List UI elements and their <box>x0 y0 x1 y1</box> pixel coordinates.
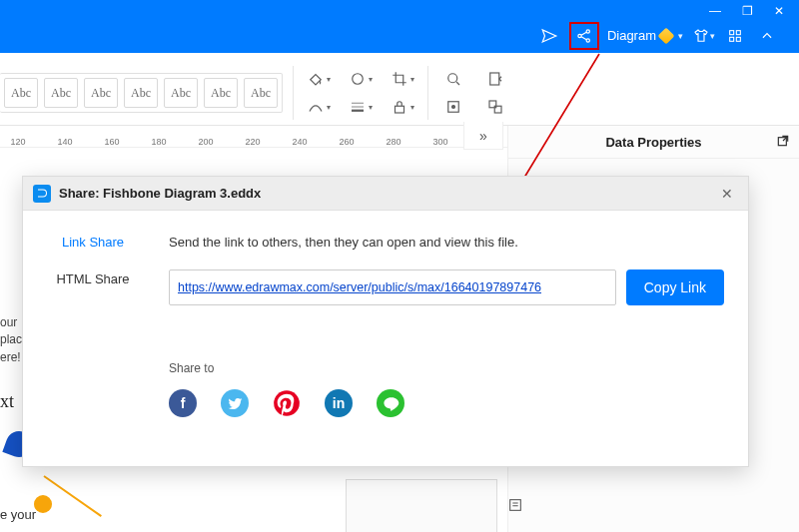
dialog-body: Link Share HTML Share Send the link to o… <box>23 211 748 466</box>
format-tools: ▾ ▾ ▾ ▾ ▾ ▾ <box>304 67 417 119</box>
close-window-button[interactable]: ✕ <box>763 2 795 20</box>
minimize-button[interactable]: — <box>699 2 731 20</box>
dialog-header: Share: Fishbone Diagram 3.eddx ✕ <box>23 177 748 211</box>
share-url-field[interactable]: https://www.edrawmax.com/server/public/s… <box>169 269 616 305</box>
svg-point-7 <box>353 74 364 85</box>
svg-point-11 <box>452 106 455 109</box>
canvas-connector[interactable] <box>43 475 101 517</box>
focus-select-icon[interactable] <box>438 95 468 119</box>
tab-link-share[interactable]: Link Share <box>39 235 147 250</box>
svg-point-1 <box>586 29 589 32</box>
style-swatch[interactable]: Abc <box>204 78 238 108</box>
close-dialog-button[interactable]: ✕ <box>716 186 738 202</box>
ruler-tick: 160 <box>102 137 122 147</box>
group-icon[interactable] <box>480 95 510 119</box>
maximize-button[interactable]: ❐ <box>731 2 763 20</box>
chevron-down-icon: ▾ <box>710 31 715 41</box>
svg-rect-16 <box>510 500 521 511</box>
status-icons <box>507 497 523 513</box>
window-controls: — ❐ ✕ <box>699 2 795 20</box>
ruler-tick: 260 <box>337 137 357 147</box>
chevron-down-icon: ▾ <box>678 31 683 41</box>
share-url-link[interactable]: https://www.edrawmax.com/server/public/s… <box>178 280 541 294</box>
send-icon[interactable] <box>537 24 561 48</box>
svg-rect-6 <box>736 37 740 41</box>
shape-circle-icon[interactable]: ▾ <box>346 67 376 91</box>
linkedin-icon[interactable]: in <box>325 389 353 417</box>
apps-grid-icon[interactable] <box>723 24 747 48</box>
view-tools <box>438 67 510 119</box>
canvas-text-fragment: e your <box>0 507 36 522</box>
svg-point-2 <box>586 38 589 41</box>
dialog-tabs: Link Share HTML Share <box>23 211 163 466</box>
app-logo-icon <box>33 185 51 203</box>
style-gallery[interactable]: Abc Abc Abc Abc Abc Abc Abc <box>0 73 283 113</box>
style-swatch[interactable]: Abc <box>44 78 78 108</box>
ruler-tick: 140 <box>55 137 75 147</box>
ruler-tick: 200 <box>196 137 216 147</box>
line-weight-icon[interactable]: ▾ <box>346 95 376 119</box>
svg-point-9 <box>448 74 457 83</box>
social-buttons: f in <box>169 389 724 417</box>
share-to-section: Share to f in <box>169 361 724 417</box>
copy-link-button[interactable]: Copy Link <box>626 269 724 305</box>
svg-point-0 <box>578 34 581 37</box>
side-panel-title: Data Properties <box>605 135 701 150</box>
style-swatch[interactable]: Abc <box>84 78 118 108</box>
tab-html-share[interactable]: HTML Share <box>39 271 147 286</box>
pinterest-icon[interactable] <box>273 389 301 417</box>
twitter-icon[interactable] <box>221 389 249 417</box>
link-row: https://www.edrawmax.com/server/public/s… <box>169 269 724 305</box>
ruler-tick: 180 <box>149 137 169 147</box>
line-style-icon[interactable]: ▾ <box>304 95 334 119</box>
dialog-title: Share: Fishbone Diagram 3.eddx <box>59 186 261 201</box>
page-replace-icon[interactable] <box>480 67 510 91</box>
ribbon-toolbar: Abc Abc Abc Abc Abc Abc Abc ▾ ▾ ▾ ▾ ▾ ▾ <box>0 53 799 126</box>
ruler-tick: 280 <box>384 137 403 147</box>
style-swatch[interactable]: Abc <box>124 78 158 108</box>
fill-bucket-icon[interactable]: ▾ <box>304 67 334 91</box>
ruler-tick: 300 <box>430 137 450 147</box>
ruler-tick: 120 <box>8 137 28 147</box>
panel-collapse-button[interactable]: » <box>463 122 503 150</box>
share-button-highlight <box>569 22 599 50</box>
dialog-main: Send the link to others, then they can o… <box>163 211 748 466</box>
svg-rect-3 <box>730 30 734 34</box>
canvas-shape-circle[interactable] <box>34 495 52 513</box>
style-swatch[interactable]: Abc <box>164 78 198 108</box>
svg-rect-4 <box>736 30 740 34</box>
page-list-icon[interactable] <box>507 497 523 513</box>
canvas-text-fragment: our plac ere! <box>0 314 22 366</box>
ruler-tick: 220 <box>243 137 263 147</box>
svg-rect-12 <box>490 73 499 85</box>
horizontal-ruler: 120 140 160 180 200 220 240 260 280 300 <box>8 126 450 148</box>
separator <box>293 66 294 120</box>
premium-diamond-icon <box>658 27 675 44</box>
diagram-label: Diagram <box>607 28 656 43</box>
style-swatch[interactable]: Abc <box>4 78 38 108</box>
popout-icon[interactable] <box>775 133 791 152</box>
line-icon[interactable] <box>377 389 404 417</box>
lock-icon[interactable]: ▾ <box>388 95 417 119</box>
collapse-ribbon-icon[interactable] <box>755 24 779 48</box>
tshirt-icon[interactable]: ▾ <box>691 24 715 48</box>
share-icon[interactable] <box>572 24 596 48</box>
share-to-label: Share to <box>169 361 724 375</box>
title-bar: — ❐ ✕ Diagram ▾ ▾ <box>0 0 799 53</box>
canvas-text-node[interactable]: xt <box>0 391 14 412</box>
share-dialog: Share: Fishbone Diagram 3.eddx ✕ Link Sh… <box>22 176 749 467</box>
side-panel-header: Data Properties <box>508 126 799 159</box>
diagram-menu[interactable]: Diagram ▾ <box>607 28 683 43</box>
separator <box>427 66 428 120</box>
facebook-icon[interactable]: f <box>169 389 197 417</box>
svg-rect-8 <box>396 106 404 113</box>
crop-icon[interactable]: ▾ <box>388 67 417 91</box>
status-panel-fragment <box>346 479 497 532</box>
style-swatch[interactable]: Abc <box>244 78 278 108</box>
svg-rect-5 <box>730 37 734 41</box>
ruler-tick: 240 <box>290 137 310 147</box>
share-description: Send the link to others, then they can o… <box>169 235 724 250</box>
search-icon[interactable] <box>438 67 468 91</box>
